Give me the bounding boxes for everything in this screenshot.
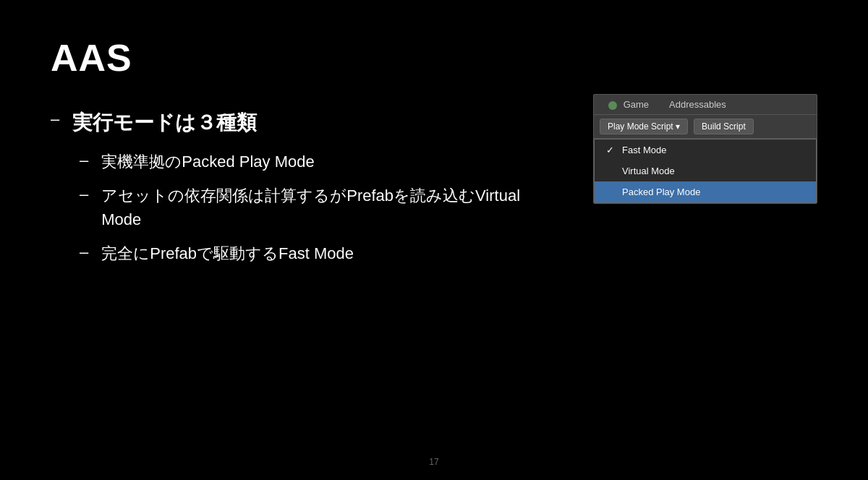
sub-bullet-text-2: アセットの依存関係は計算するがPrefabを読み込むVirtual Mode xyxy=(101,184,521,231)
slide-title: AAS xyxy=(51,36,817,80)
sub-bullet-3: – 完全にPrefabで駆動するFast Mode xyxy=(80,241,571,265)
unity-dropdown: ✓ Fast Mode Virtual Mode Packed Play Mod… xyxy=(594,139,817,203)
sub-bullet-1: – 実機準拠のPacked Play Mode xyxy=(80,150,571,173)
play-mode-script-button[interactable]: Play Mode Script ▾ xyxy=(600,119,688,134)
build-script-label: Build Script xyxy=(702,121,746,132)
content-area: – 実行モードは３種類 – 実機準拠のPacked Play Mode – アセ… xyxy=(51,108,817,275)
bullet-list: – 実行モードは３種類 – 実機準拠のPacked Play Mode – アセ… xyxy=(51,108,571,275)
sub-bullet-text-1: 実機準拠のPacked Play Mode xyxy=(101,150,314,173)
unity-toolbar: Play Mode Script ▾ Build Script xyxy=(594,115,817,139)
sub-dash-3: – xyxy=(80,241,88,264)
dropdown-item-fast-mode[interactable]: ✓ Fast Mode xyxy=(595,140,816,160)
main-dash: – xyxy=(51,108,59,131)
dropdown-item-virtual-mode[interactable]: Virtual Mode xyxy=(595,160,816,181)
checkmark-icon: ✓ xyxy=(606,145,616,155)
unity-tab-addressables[interactable]: Addressables xyxy=(659,95,736,114)
sub-bullets: – 実機準拠のPacked Play Mode – アセットの依存関係は計算する… xyxy=(80,150,571,265)
page-number: 17 xyxy=(429,457,438,467)
packed-play-mode-label: Packed Play Mode xyxy=(622,187,700,197)
unity-tabs: Game Addressables xyxy=(594,95,817,115)
main-bullet-text: 実行モードは３種類 xyxy=(72,108,257,137)
build-script-button[interactable]: Build Script xyxy=(694,119,754,134)
game-tab-icon xyxy=(608,101,617,110)
sub-bullet-text-3: 完全にPrefabで駆動するFast Mode xyxy=(101,241,354,265)
game-tab-label: Game xyxy=(624,99,649,110)
play-mode-script-label: Play Mode Script ▾ xyxy=(608,121,680,132)
main-bullet: – 実行モードは３種類 xyxy=(51,108,571,137)
addressables-tab-label: Addressables xyxy=(669,99,726,110)
slide-container: AAS – 実行モードは３種類 – 実機準拠のPacked Play Mode … xyxy=(0,0,868,480)
unity-editor-ui: Game Addressables Play Mode Script ▾ Bui… xyxy=(593,94,817,204)
dropdown-item-packed-play-mode[interactable]: Packed Play Mode xyxy=(595,181,816,202)
sub-dash-1: – xyxy=(80,150,88,172)
sub-dash-2: – xyxy=(80,184,88,206)
fast-mode-label: Fast Mode xyxy=(622,145,666,155)
virtual-mode-label: Virtual Mode xyxy=(622,166,675,176)
sub-bullet-2: – アセットの依存関係は計算するがPrefabを読み込むVirtual Mode xyxy=(80,184,571,231)
unity-tab-game[interactable]: Game xyxy=(598,95,659,114)
